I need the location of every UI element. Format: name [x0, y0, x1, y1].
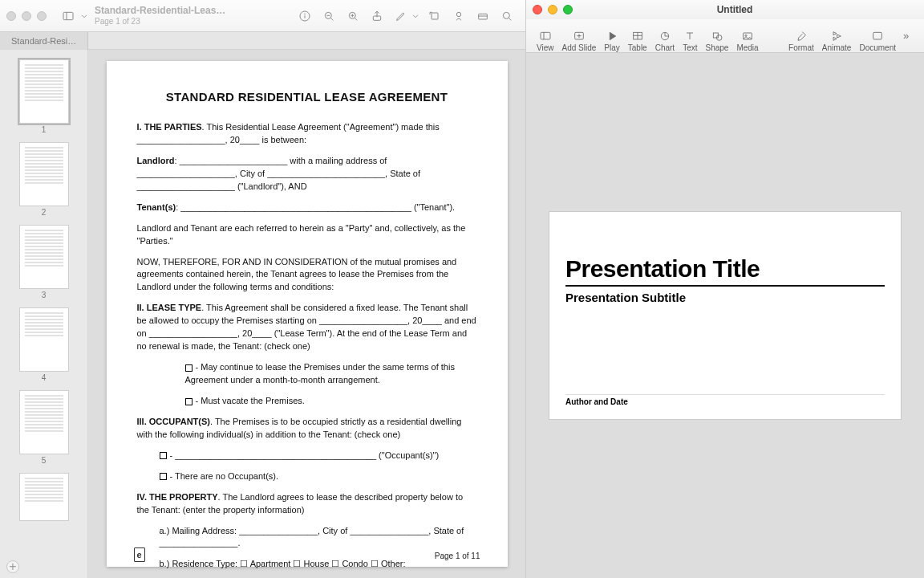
pdf-titlebar: Standard-Residential-Leas… Page 1 of 23	[0, 0, 525, 32]
animate-icon	[829, 30, 844, 43]
minimize-dot[interactable]	[548, 5, 557, 14]
occ-opt2: - There are no Occupant(s).	[160, 470, 477, 483]
rotate-button[interactable]	[424, 6, 445, 26]
window-controls[interactable]	[6, 11, 47, 21]
svg-line-6	[331, 18, 334, 20]
svg-point-17	[503, 12, 509, 18]
chart-icon	[658, 30, 672, 43]
pdf-page: STANDARD RESIDENTIAL LEASE AGREEMENT I. …	[107, 61, 508, 567]
search-button[interactable]	[496, 6, 517, 26]
zoom-dot[interactable]	[37, 11, 47, 21]
pdf-tab[interactable]: Standard-Resi…	[0, 32, 88, 50]
chart-button[interactable]: Chart	[655, 20, 675, 52]
chevron-right-icon: »	[903, 30, 909, 42]
chevron-down-icon	[79, 10, 90, 22]
svg-point-14	[456, 12, 460, 16]
media-button[interactable]: Media	[736, 20, 758, 52]
checkbox-icon	[185, 398, 192, 405]
keynote-toolbar: View Add Slide Play Table Chart Text Sha…	[526, 19, 924, 53]
zoom-out-button[interactable]	[318, 6, 339, 26]
pdf-page-indicator: Page 1 of 23	[95, 17, 293, 26]
tenant-line: Tenant(s): _____________________________…	[137, 201, 477, 214]
svg-marker-36	[837, 35, 841, 38]
sidebar-menu-button[interactable]	[79, 6, 90, 26]
svg-line-9	[355, 18, 358, 20]
section-occupants: III. OCCUPANT(S). The Premises is to be …	[137, 416, 477, 442]
view-button[interactable]: View	[537, 20, 554, 52]
thumbnail-2[interactable]	[19, 142, 69, 206]
section-property: IV. THE PROPERTY. The Landlord agrees to…	[137, 491, 477, 517]
svg-rect-0	[63, 12, 73, 19]
add-page-button[interactable]: +	[6, 560, 19, 573]
more-button[interactable]: »	[903, 30, 918, 42]
prop-a: a.) Mailing Address: ________________, C…	[160, 525, 477, 551]
window-controls[interactable]	[533, 5, 573, 14]
doc-title: STANDARD RESIDENTIAL LEASE AGREEMENT	[137, 90, 477, 104]
chevron-down-icon	[410, 10, 421, 22]
keynote-window: Untitled View Add Slide Play Table Chart…	[526, 0, 924, 578]
svg-marker-37	[833, 37, 837, 40]
svg-rect-15	[479, 14, 488, 19]
table-button[interactable]: Table	[628, 20, 647, 52]
play-icon	[605, 30, 619, 43]
play-button[interactable]: Play	[604, 20, 619, 52]
signature-icon	[476, 10, 489, 22]
thumb-num: 5	[0, 456, 87, 465]
lease-opt2: - Must vacate the Premises.	[185, 395, 477, 408]
close-dot[interactable]	[533, 5, 542, 14]
svg-marker-35	[833, 32, 837, 35]
thumb-num: 3	[0, 291, 87, 299]
zoom-dot[interactable]	[563, 5, 573, 14]
pdf-tab-bar: Standard-Resi…	[0, 32, 525, 50]
highlight-button[interactable]	[448, 6, 469, 26]
svg-point-34	[745, 35, 747, 36]
page-pane[interactable]: STANDARD RESIDENTIAL LEASE AGREEMENT I. …	[88, 50, 525, 578]
svg-marker-24	[610, 32, 615, 39]
now-para: NOW, THEREFORE, FOR AND IN CONSIDERATION…	[137, 256, 477, 295]
pdf-window-title: Standard-Residential-Leas…	[95, 6, 293, 16]
text-button[interactable]: Text	[683, 20, 697, 52]
thumbnail-6[interactable]	[19, 473, 69, 521]
checkbox-icon	[160, 452, 167, 459]
presentation-title[interactable]: Presentation Title	[565, 255, 885, 283]
view-icon	[538, 30, 553, 43]
animate-button[interactable]: Animate	[822, 20, 852, 52]
close-dot[interactable]	[6, 11, 16, 21]
sidebar-toggle-button[interactable]	[58, 6, 79, 26]
thumbnail-1[interactable]	[19, 59, 69, 124]
document-button[interactable]: Document	[859, 20, 896, 52]
form-button[interactable]	[472, 6, 493, 26]
author-date[interactable]: Author and Date	[565, 394, 885, 406]
slide[interactable]: Presentation Title Presentation Subtitle…	[549, 212, 901, 419]
markup-button[interactable]	[391, 6, 411, 26]
checkbox-icon	[185, 364, 192, 372]
sidebar-icon	[62, 10, 75, 22]
svg-line-18	[509, 18, 512, 20]
presentation-subtitle[interactable]: Presentation Subtitle	[565, 291, 885, 304]
keynote-titlebar: Untitled	[526, 0, 924, 19]
info-icon	[298, 10, 311, 22]
share-button[interactable]	[367, 6, 387, 26]
markup-menu-button[interactable]	[410, 6, 421, 26]
footer-page-number: Page 1 of 11	[435, 552, 480, 560]
thumbnail-4[interactable]	[19, 307, 69, 372]
thumb-num: 1	[0, 125, 87, 134]
format-button[interactable]: Format	[788, 20, 814, 52]
title-block: Standard-Residential-Leas… Page 1 of 23	[95, 6, 293, 25]
thumbnail-5[interactable]	[19, 390, 69, 454]
keynote-window-title: Untitled	[582, 4, 887, 15]
thumb-num: 2	[0, 208, 87, 217]
svg-rect-38	[873, 32, 882, 39]
plus-icon	[572, 30, 586, 43]
thumbnail-3[interactable]	[19, 225, 69, 289]
document-icon	[870, 30, 885, 43]
thumbnail-sidebar[interactable]: 1 2 3 4 5 +	[0, 50, 88, 578]
landlord-line: Landlord: ______________________ with a …	[137, 155, 477, 193]
title-box[interactable]: Presentation Title	[565, 255, 885, 287]
slide-canvas[interactable]: Presentation Title Presentation Subtitle…	[526, 53, 924, 578]
minimize-dot[interactable]	[22, 11, 31, 21]
info-button[interactable]	[294, 6, 315, 26]
add-slide-button[interactable]: Add Slide	[562, 20, 597, 52]
zoom-in-button[interactable]	[342, 6, 363, 26]
shape-button[interactable]: Shape	[705, 20, 728, 52]
